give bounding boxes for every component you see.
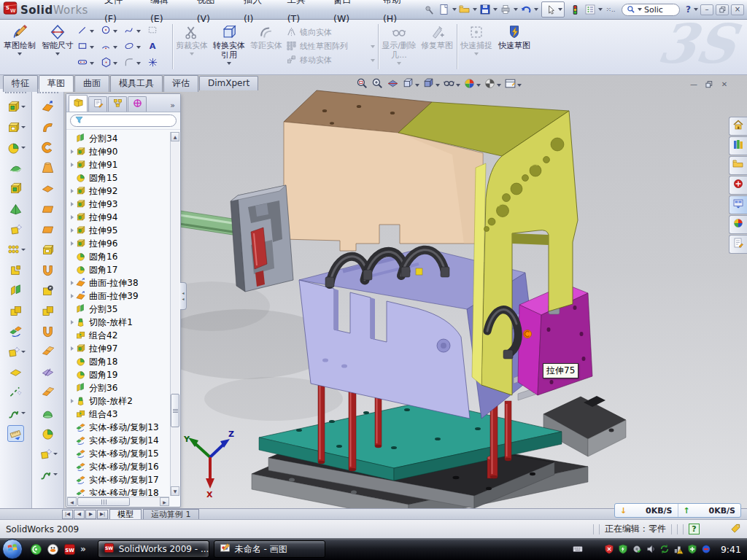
dropdown-caret-icon[interactable] bbox=[415, 84, 419, 87]
sync-icon[interactable] bbox=[659, 544, 670, 554]
freeform-icon[interactable] bbox=[7, 345, 20, 359]
linear-sketch-pattern-button[interactable]: 线性草图阵列 bbox=[286, 39, 375, 53]
join-icon[interactable] bbox=[9, 263, 23, 277]
solidworks-launch-icon[interactable]: SW bbox=[63, 543, 76, 556]
move-entities-button[interactable]: 移动实体 bbox=[286, 53, 375, 67]
expand-arrow-icon[interactable] bbox=[71, 149, 74, 154]
rectangle-icon[interactable] bbox=[77, 41, 88, 55]
curve-icon[interactable] bbox=[9, 386, 23, 400]
rapid-sketch-button[interactable]: 快速草图 bbox=[498, 22, 531, 73]
dropdown-caret-icon[interactable] bbox=[21, 249, 26, 251]
tab-dimxpert[interactable]: DimXpert bbox=[199, 76, 258, 90]
volume-icon[interactable] bbox=[646, 544, 656, 554]
section-view-icon[interactable] bbox=[387, 77, 399, 93]
quick-snaps-button[interactable]: 快速捕捉 bbox=[460, 22, 493, 73]
save-icon[interactable] bbox=[478, 2, 492, 17]
scene-icon[interactable] bbox=[484, 77, 496, 93]
display-delete-relations-button[interactable]: 显示/删除几... bbox=[381, 22, 417, 73]
tree-item[interactable]: 实体-移动/复制18 bbox=[68, 486, 169, 496]
dome-icon[interactable] bbox=[41, 406, 55, 420]
toolbar-grip[interactable] bbox=[37, 92, 58, 95]
appearances-ball-button[interactable] bbox=[729, 215, 747, 234]
dropdown-caret-icon[interactable] bbox=[21, 147, 26, 149]
dropdown-caret-icon[interactable] bbox=[456, 84, 460, 87]
design-library-button[interactable] bbox=[729, 136, 747, 155]
dropdown-caret-icon[interactable] bbox=[497, 84, 501, 87]
first-tab-button[interactable]: |◀ bbox=[62, 510, 73, 519]
offset-surface-icon[interactable] bbox=[41, 202, 55, 216]
panel-collapse-handle[interactable]: ◂◂ bbox=[180, 282, 187, 310]
knit-surface-icon[interactable] bbox=[41, 243, 55, 257]
dropdown-caret-icon[interactable] bbox=[53, 473, 58, 475]
move-copy-body-icon[interactable] bbox=[9, 324, 23, 338]
prev-tab-button[interactable]: ◀ bbox=[74, 510, 85, 519]
expand-arrow-icon[interactable] bbox=[71, 163, 74, 167]
menu-item-2[interactable]: 编辑(E) bbox=[142, 0, 188, 28]
defender-plus-icon[interactable] bbox=[687, 544, 697, 554]
indent-icon[interactable] bbox=[9, 182, 23, 195]
line-icon[interactable] bbox=[77, 25, 88, 39]
slot-icon[interactable] bbox=[77, 57, 88, 71]
hide-show-items-icon[interactable] bbox=[443, 77, 455, 93]
intersect-icon[interactable] bbox=[9, 202, 23, 216]
tree-item[interactable]: 组合43 bbox=[68, 408, 169, 421]
point-icon[interactable] bbox=[147, 57, 158, 71]
help-icon[interactable]: ? bbox=[684, 4, 693, 15]
dropdown-caret-icon[interactable] bbox=[53, 453, 58, 455]
tree-item[interactable]: 切除-放样2 bbox=[68, 394, 169, 408]
tag-icon[interactable] bbox=[730, 523, 741, 536]
last-tab-button[interactable]: ▶| bbox=[97, 510, 108, 519]
trim-entities-button[interactable]: 剪裁实体 bbox=[175, 22, 209, 73]
repair-sketch-button[interactable]: 修复草图 bbox=[420, 22, 454, 73]
select-tool[interactable] bbox=[541, 1, 565, 18]
tree-item[interactable]: 实体-移动/复制17 bbox=[68, 473, 169, 486]
scroll-up-icon[interactable]: ▲ bbox=[171, 132, 179, 141]
solidworks-resources-home-button[interactable] bbox=[729, 117, 747, 136]
wangwang-icon[interactable] bbox=[47, 543, 59, 556]
combine-icon[interactable] bbox=[9, 304, 23, 318]
text-icon[interactable]: A bbox=[147, 41, 158, 55]
file-explorer-button[interactable] bbox=[729, 156, 747, 175]
menu-item-4[interactable]: 插入(I) bbox=[235, 0, 279, 28]
taskbar-item-paint[interactable]: 未命名 - 画图 bbox=[214, 540, 325, 558]
minimize-button[interactable]: – bbox=[700, 4, 713, 15]
menu-item-7[interactable]: 帮助(H) bbox=[374, 0, 422, 28]
tree-item[interactable]: 组合42 bbox=[68, 329, 169, 342]
tab-surfaces[interactable]: 曲面 bbox=[74, 75, 109, 92]
part-clamp[interactable] bbox=[175, 185, 293, 292]
dropdown-caret-icon[interactable] bbox=[493, 8, 498, 11]
select-arrow-icon[interactable] bbox=[543, 2, 558, 17]
expand-arrow-icon[interactable] bbox=[71, 294, 74, 298]
expand-arrow-icon[interactable] bbox=[71, 189, 74, 193]
dropdown-caret-icon[interactable] bbox=[21, 412, 26, 414]
dropdown-caret-icon[interactable] bbox=[136, 46, 141, 49]
fillet-icon[interactable] bbox=[7, 141, 20, 155]
revolved-surface-icon[interactable] bbox=[41, 120, 55, 134]
toolbar-grip[interactable] bbox=[5, 92, 26, 95]
dropdown-caret-icon[interactable] bbox=[21, 106, 26, 108]
sketch-draw-button[interactable]: 草图绘制 bbox=[3, 22, 36, 73]
convert-entities-button[interactable]: 转换实体引用 bbox=[212, 22, 247, 73]
zoom-fit-icon[interactable] bbox=[356, 77, 368, 93]
tab-sketch[interactable]: 草图 bbox=[39, 75, 74, 92]
propertymanager-tab[interactable] bbox=[88, 96, 107, 112]
menu-item-1[interactable]: 文件(F) bbox=[96, 0, 142, 28]
expand-arrow-icon[interactable] bbox=[71, 228, 74, 233]
dropdown-caret-icon[interactable] bbox=[136, 62, 141, 65]
expand-arrow-icon[interactable] bbox=[71, 281, 74, 285]
insert-part-icon[interactable] bbox=[7, 100, 20, 114]
new-document-icon[interactable] bbox=[437, 2, 452, 17]
tree-item[interactable]: 拉伸97 bbox=[68, 342, 169, 355]
tree-horizontal-scrollbar[interactable]: ◀ ▶ bbox=[67, 497, 169, 506]
dropdown-caret-icon[interactable] bbox=[598, 8, 603, 11]
planar-surface-icon[interactable] bbox=[41, 222, 55, 236]
scroll-left-icon[interactable]: ◀ bbox=[67, 497, 77, 506]
offset-entities-button[interactable]: 等距实体 bbox=[249, 22, 283, 73]
dropdown-caret-icon[interactable] bbox=[21, 126, 26, 128]
tree-item[interactable]: 拉伸95 bbox=[68, 224, 169, 237]
delete-face-icon[interactable] bbox=[41, 284, 55, 298]
split-icon[interactable] bbox=[9, 284, 23, 298]
keyboard-icon[interactable] bbox=[573, 544, 583, 554]
search-input[interactable] bbox=[644, 5, 675, 15]
tree-item[interactable]: 圆角16 bbox=[68, 250, 169, 263]
